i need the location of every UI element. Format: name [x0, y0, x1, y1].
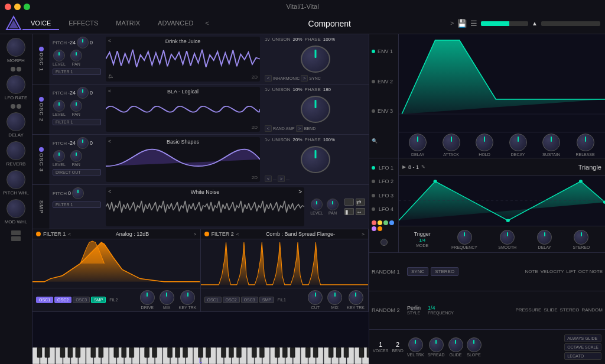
- filter2-osc1-btn[interactable]: OSC1: [204, 297, 222, 303]
- pitch-whl-knob[interactable]: [6, 170, 25, 189]
- env-display[interactable]: DELAY ATTACK HOLD DECAY: [399, 34, 605, 158]
- osc2-filter-btn[interactable]: FILTER 1: [53, 119, 101, 125]
- lfo3-label[interactable]: LFO 3: [379, 193, 393, 199]
- lfo1-play-icon[interactable]: ▶: [402, 164, 406, 170]
- env3-label[interactable]: ENV 3: [378, 108, 393, 114]
- lfo-frequency-knob[interactable]: [457, 230, 472, 245]
- osc3-sub-arrow-left[interactable]: <: [265, 176, 272, 182]
- osc2-waveform[interactable]: < BLA - Logical 2D: [106, 87, 260, 132]
- lfo-delay-knob[interactable]: [537, 230, 552, 245]
- lfo1-edit-icon[interactable]: ✎: [421, 164, 425, 170]
- env-hold-knob[interactable]: [476, 134, 493, 151]
- osc2-arr-left[interactable]: <: [108, 88, 111, 94]
- osc1-arr-left[interactable]: <: [108, 38, 111, 44]
- swatch-green[interactable]: [383, 220, 388, 225]
- osc3-level-knob[interactable]: [53, 150, 65, 162]
- smp-pitch-knob[interactable]: [72, 187, 84, 199]
- smp-icon-loop[interactable]: ▮: [344, 208, 354, 215]
- spread-knob[interactable]: [429, 337, 444, 352]
- morph-knob[interactable]: [6, 38, 25, 57]
- maximize-button[interactable]: [24, 4, 30, 10]
- lfo-add-btn[interactable]: [380, 239, 388, 246]
- preset-prev-arrow[interactable]: <: [205, 20, 209, 27]
- swatch-red[interactable]: [372, 220, 376, 225]
- swatch-orange[interactable]: [378, 226, 382, 231]
- filter1-osc2-btn[interactable]: OSC2: [54, 297, 71, 303]
- osc2-level-knob[interactable]: [53, 100, 65, 112]
- osc1-sub-arrow-left[interactable]: <: [265, 75, 272, 82]
- close-button[interactable]: [5, 4, 11, 10]
- smp-icon-random[interactable]: ⇄: [356, 199, 365, 206]
- filter2-cut-knob[interactable]: [308, 290, 323, 305]
- sidebar-ctrl-1[interactable]: [11, 230, 21, 235]
- filter2-keytrk-knob[interactable]: [349, 290, 363, 305]
- osc1-filter-btn[interactable]: FILTER 1: [53, 69, 101, 75]
- filter2-osc2-btn[interactable]: OSC2: [223, 297, 240, 303]
- lfo1-display[interactable]: [399, 176, 605, 226]
- osc3-pitch-knob[interactable]: [77, 137, 89, 149]
- swatch-yellow[interactable]: [378, 220, 382, 225]
- env2-label[interactable]: ENV 2: [378, 79, 393, 84]
- reverb-knob[interactable]: [6, 141, 25, 160]
- smp-icon-pingpong[interactable]: ↔: [356, 208, 365, 215]
- filter2-display[interactable]: [201, 239, 369, 288]
- filter1-osc1-btn[interactable]: OSC1: [36, 297, 53, 303]
- env-sustain-knob[interactable]: [542, 134, 560, 151]
- osc1-level-knob[interactable]: [53, 50, 65, 61]
- osc1-pan-knob[interactable]: [70, 50, 82, 61]
- osc2-sub-arrow-right[interactable]: >: [296, 125, 303, 132]
- filter1-fil2-btn[interactable]: FIL2: [109, 298, 118, 302]
- osc3-arr-left[interactable]: <: [108, 138, 111, 144]
- osc2-unison-knob[interactable]: [301, 96, 330, 123]
- volume-bar[interactable]: [481, 21, 528, 26]
- smp-right-arrow[interactable]: >: [298, 188, 302, 195]
- smp-icon-waveform[interactable]: [344, 199, 354, 206]
- osc3-waveform[interactable]: < Basic Shapes 2D: [106, 137, 260, 182]
- env-release-knob[interactable]: [577, 134, 594, 151]
- smp-waveform[interactable]: < White Noise >: [106, 187, 304, 226]
- filter1-arrow-left[interactable]: <: [68, 232, 71, 237]
- env-search-icon[interactable]: 🔍: [372, 138, 396, 144]
- sync-btn[interactable]: SYNC: [407, 267, 428, 276]
- stereo-btn[interactable]: STEREO: [431, 267, 458, 276]
- osc1-unison-knob[interactable]: [301, 46, 330, 73]
- lfo-rate-knob[interactable]: [6, 75, 25, 94]
- filter2-arrow-right[interactable]: >: [362, 232, 365, 237]
- filter1-keytrk-knob[interactable]: [180, 290, 195, 305]
- delay-knob[interactable]: [6, 112, 25, 131]
- lfo4-label[interactable]: LFO 4: [379, 206, 393, 212]
- slope-knob[interactable]: [467, 337, 482, 352]
- glide-knob[interactable]: [448, 337, 463, 352]
- tab-voice[interactable]: VOICE: [22, 17, 59, 30]
- filter1-mix-knob[interactable]: [160, 290, 174, 305]
- filter1-smp-btn[interactable]: SMP: [91, 297, 106, 303]
- filter2-mix-knob[interactable]: [327, 290, 342, 305]
- osc3-filter-btn[interactable]: DIRECT OUT: [53, 169, 101, 176]
- env-attack-knob[interactable]: [443, 134, 460, 151]
- smp-level-knob[interactable]: [311, 199, 323, 210]
- filter2-fil1-btn[interactable]: FIL1: [278, 298, 286, 302]
- swatch-purple[interactable]: [372, 226, 376, 231]
- osc2-pan-knob[interactable]: [70, 100, 82, 112]
- octave-scale-btn[interactable]: OCTAVE SCALE: [564, 343, 601, 351]
- smp-pan-knob[interactable]: [327, 199, 339, 210]
- sidebar-ctrl-2[interactable]: [11, 236, 21, 241]
- filter1-display[interactable]: [32, 239, 200, 288]
- osc3-pan-knob[interactable]: [70, 150, 82, 162]
- smp-filter-btn[interactable]: FILTER 1: [53, 202, 101, 208]
- osc2-sub-arrow-left[interactable]: <: [265, 125, 272, 132]
- env-decay-knob[interactable]: [509, 134, 527, 151]
- lfo-stereo-knob[interactable]: [574, 230, 588, 245]
- swatch-blue[interactable]: [389, 220, 394, 225]
- osc1-sub-arrow-right[interactable]: >: [301, 75, 308, 82]
- window-controls[interactable]: [5, 4, 30, 10]
- env1-label[interactable]: ENV 1: [378, 48, 393, 54]
- filter1-arrow-right[interactable]: >: [194, 232, 197, 237]
- vel-trk-knob[interactable]: [408, 337, 423, 352]
- osc1-waveform[interactable]: < Drink the Juice 2D: [106, 37, 260, 82]
- lfo1-label[interactable]: LFO 1: [379, 165, 393, 171]
- tab-advanced[interactable]: ADVANCED: [149, 17, 201, 30]
- level-bar[interactable]: [541, 21, 600, 26]
- osc1-pitch-knob[interactable]: [77, 37, 89, 48]
- mod-whl-knob[interactable]: [6, 199, 25, 218]
